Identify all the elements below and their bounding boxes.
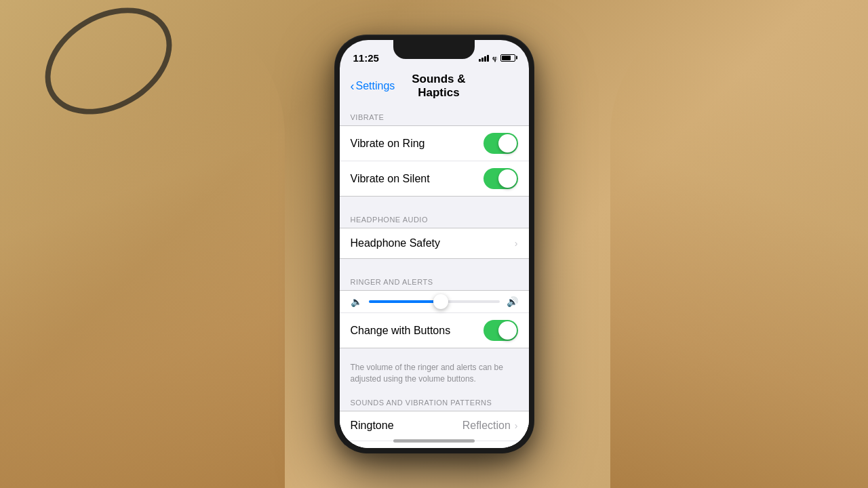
label-change-with-buttons: Change with Buttons [351,325,451,337]
ringtone-value: Reflection [462,420,511,432]
toggle-knob [498,169,517,188]
volume-row[interactable]: 🔈 🔊 [340,291,529,313]
page-title: Sounds & Haptics [400,73,477,100]
phone-shell: 11:25 𝛗 ‹ S [334,35,534,453]
wifi-icon: 𝛗 [492,54,497,62]
row-vibrate-on-silent[interactable]: Vibrate on Silent [340,161,529,196]
settings-content[interactable]: VIBRATE Vibrate on Ring Vibrate on Silen… [340,105,529,448]
back-button[interactable]: ‹ Settings [351,79,395,94]
volume-high-icon: 🔊 [507,296,518,307]
label-vibrate-on-ring: Vibrate on Ring [351,138,425,150]
section-ringer: RINGER AND ALERTS 🔈 🔊 Change with Button… [340,270,529,390]
section-headphone-audio: HEADPHONE AUDIO Headphone Safety › [340,207,529,259]
toggle-change-with-buttons[interactable] [484,320,518,341]
hand-right [610,0,868,488]
row-headphone-safety[interactable]: Headphone Safety › [340,228,529,258]
signal-icon [479,54,489,62]
toggle-knob [498,134,517,152]
value-headphone-safety: › [513,238,518,249]
section-header-headphone: HEADPHONE AUDIO [340,207,529,228]
row-vibrate-on-ring[interactable]: Vibrate on Ring [340,126,529,161]
label-ringtone: Ringtone [351,420,394,432]
volume-slider[interactable] [369,300,500,303]
notch [393,40,475,59]
phone-inner: 11:25 𝛗 ‹ S [340,40,529,448]
value-ringtone: Reflection › [462,420,518,432]
label-headphone-safety: Headphone Safety [351,237,441,249]
toggle-knob [498,321,517,340]
section-header-sounds: SOUNDS AND VIBRATION PATTERNS [340,390,529,411]
section-header-vibrate: VIBRATE [340,105,529,125]
back-label[interactable]: Settings [356,80,395,92]
battery-icon [500,54,515,62]
section-vibrate: VIBRATE Vibrate on Ring Vibrate on Silen… [340,105,529,197]
section-header-ringer: RINGER AND ALERTS [340,270,529,290]
toggle-vibrate-on-ring[interactable] [484,133,518,154]
section-group-headphone: Headphone Safety › [340,228,529,259]
volume-fill [369,300,441,303]
phone-screen: 11:25 𝛗 ‹ S [340,40,529,448]
row-ringtone[interactable]: Ringtone Reflection › [340,411,529,441]
status-icons: 𝛗 [479,54,515,62]
section-group-ringer: 🔈 🔊 Change with Buttons [340,290,529,348]
volume-low-icon: 🔈 [351,296,362,307]
nav-bar: ‹ Settings Sounds & Haptics [340,70,529,105]
back-chevron-icon: ‹ [351,79,355,94]
volume-thumb[interactable] [433,294,448,309]
ringer-info-text: The volume of the ringer and alerts can … [340,359,529,390]
chevron-right-icon: › [515,420,518,431]
label-vibrate-on-silent: Vibrate on Silent [351,173,430,185]
status-time: 11:25 [353,52,379,64]
toggle-vibrate-on-silent[interactable] [484,168,518,189]
section-group-vibrate: Vibrate on Ring Vibrate on Silent [340,125,529,197]
chevron-right-icon: › [515,238,518,249]
row-change-with-buttons[interactable]: Change with Buttons [340,313,529,348]
home-indicator [393,439,475,443]
